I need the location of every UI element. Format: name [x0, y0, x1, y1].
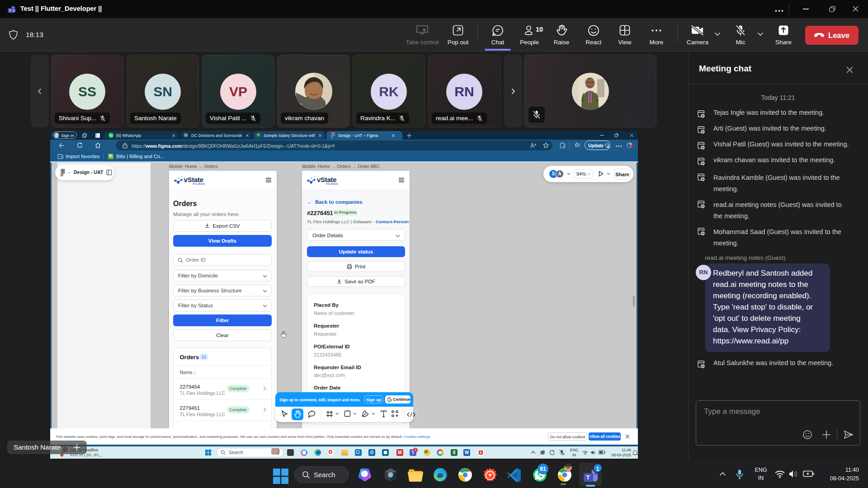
svg-text:T: T — [9, 9, 11, 13]
svg-text:T: T — [586, 474, 590, 481]
